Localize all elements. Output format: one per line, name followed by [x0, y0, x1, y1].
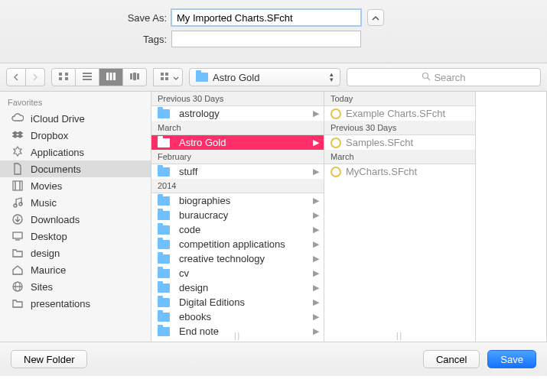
- sidebar-item-downloads[interactable]: Downloads: [0, 211, 151, 228]
- file-row[interactable]: Example Charts.SFcht: [324, 106, 475, 121]
- saveas-input[interactable]: [171, 9, 361, 26]
- apps-icon: [11, 146, 24, 158]
- chevron-right-icon: ▶: [313, 138, 319, 147]
- sidebar-item-label: Maurice: [31, 264, 66, 276]
- sidebar-item-label: design: [31, 248, 60, 259]
- folder-row[interactable]: cv▶: [151, 266, 324, 280]
- column-resize-handle[interactable]: ||: [234, 332, 241, 340]
- search-placeholder: Search: [434, 72, 465, 83]
- svg-point-17: [423, 73, 428, 78]
- folder-row[interactable]: design▶: [151, 280, 324, 295]
- sidebar-item-dropbox[interactable]: Dropbox: [0, 127, 151, 144]
- sidebar-item-documents[interactable]: Documents: [0, 160, 151, 177]
- row-label: MyCharts.SFcht: [346, 166, 417, 177]
- row-label: Astro Gold: [179, 137, 226, 148]
- columns-view-icon: [106, 72, 116, 83]
- sidebar-item-presentations[interactable]: presentations: [0, 295, 151, 312]
- search-input[interactable]: Search: [347, 68, 541, 86]
- row-label: biographies: [179, 195, 230, 206]
- row-label: ebooks: [179, 311, 211, 322]
- sidebar-item-label: Downloads: [31, 214, 80, 225]
- column-section-header: Previous 30 Days: [324, 121, 475, 135]
- row-label: creative technology: [179, 253, 265, 264]
- folder-icon: [158, 225, 170, 235]
- view-buttons: [51, 68, 147, 86]
- chevron-right-icon: ▶: [313, 167, 319, 177]
- sidebar-item-movies[interactable]: Movies: [0, 177, 151, 194]
- svg-rect-7: [106, 73, 109, 80]
- folder-row[interactable]: code▶: [151, 222, 324, 237]
- chevron-right-icon: ▶: [313, 326, 319, 336]
- column-section-header: February: [151, 150, 324, 164]
- sidebar-item-icloud-drive[interactable]: iCloud Drive: [0, 110, 151, 127]
- tags-input[interactable]: [171, 31, 361, 47]
- column-1[interactable]: Previous 30 Daysastrology▶MarchAstro Gol…: [151, 92, 324, 342]
- updown-icon: ▴▾: [330, 72, 334, 83]
- file-row[interactable]: Samples.SFcht: [324, 135, 475, 150]
- folder-row[interactable]: ebooks▶: [151, 309, 324, 324]
- svg-rect-0: [59, 73, 62, 76]
- view-icons-button[interactable]: [51, 68, 76, 86]
- folder-row[interactable]: Digital Editions▶: [151, 295, 324, 309]
- sidebar-item-sites[interactable]: Sites: [0, 278, 151, 295]
- desktop-icon: [11, 230, 24, 242]
- sidebar-item-applications[interactable]: Applications: [0, 144, 151, 160]
- dropbox-icon: [11, 129, 24, 141]
- folder-row[interactable]: biographies▶: [151, 193, 324, 208]
- collapse-button[interactable]: [367, 9, 384, 26]
- folder-icon: [158, 254, 170, 264]
- sidebar-item-label: Desktop: [31, 231, 67, 242]
- file-row[interactable]: MyCharts.SFcht: [324, 164, 475, 179]
- svg-rect-1: [65, 73, 68, 76]
- cancel-button[interactable]: Cancel: [423, 350, 480, 368]
- row-label: buraucracy: [179, 209, 228, 221]
- new-folder-button[interactable]: New Folder: [11, 350, 87, 368]
- folder-icon: [158, 196, 170, 206]
- chevron-left-icon: [13, 72, 19, 83]
- svg-rect-6: [83, 79, 92, 80]
- folder-row[interactable]: buraucracy▶: [151, 208, 324, 222]
- arrange-button[interactable]: [153, 68, 183, 86]
- column-section-header: March: [324, 150, 475, 164]
- list-view-icon: [82, 72, 93, 83]
- view-list-button[interactable]: [76, 68, 99, 86]
- sidebar-item-design[interactable]: design: [0, 245, 151, 261]
- folder-row[interactable]: Astro Gold▶: [151, 135, 324, 150]
- folder-icon: [158, 327, 170, 336]
- icons-view-icon: [58, 72, 69, 83]
- forward-button[interactable]: [26, 68, 45, 86]
- chevron-right-icon: ▶: [313, 297, 319, 307]
- folder-icon: [158, 109, 170, 118]
- folder-row[interactable]: stuff▶: [151, 164, 324, 179]
- sidebar-header: Favorites: [0, 96, 151, 110]
- path-label: Astro Gold: [213, 72, 259, 83]
- doc-icon: [11, 163, 24, 175]
- sidebar-item-desktop[interactable]: Desktop: [0, 228, 151, 245]
- folder-icon: [158, 138, 170, 147]
- column-resize-handle[interactable]: ||: [396, 332, 403, 340]
- save-button[interactable]: Save: [487, 350, 536, 368]
- chevron-right-icon: ▶: [313, 109, 319, 118]
- cloud-icon: [11, 112, 24, 125]
- nav-buttons: [6, 68, 45, 86]
- row-label: Digital Editions: [179, 296, 245, 308]
- film-icon: [11, 180, 24, 192]
- folder-row[interactable]: competition applications▶: [151, 237, 324, 251]
- back-button[interactable]: [6, 68, 26, 86]
- folder-icon: [11, 297, 24, 309]
- sidebar-item-maurice[interactable]: Maurice: [0, 261, 151, 278]
- path-popup[interactable]: Astro Gold ▴▾: [189, 68, 340, 86]
- view-coverflow-button[interactable]: [123, 68, 147, 86]
- folder-row[interactable]: creative technology▶: [151, 251, 324, 266]
- column-2[interactable]: TodayExample Charts.SFchtPrevious 30 Day…: [324, 92, 476, 342]
- folder-icon: [11, 247, 24, 259]
- home-icon: [11, 264, 24, 276]
- view-columns-button[interactable]: [99, 68, 123, 86]
- folder-icon: [158, 313, 170, 322]
- chevron-right-icon: ▶: [313, 225, 319, 235]
- folder-icon: [196, 73, 208, 82]
- sidebar-item-music[interactable]: Music: [0, 194, 151, 211]
- tags-label: Tags:: [0, 34, 171, 45]
- svg-rect-5: [83, 76, 92, 77]
- folder-row[interactable]: astrology▶: [151, 106, 324, 121]
